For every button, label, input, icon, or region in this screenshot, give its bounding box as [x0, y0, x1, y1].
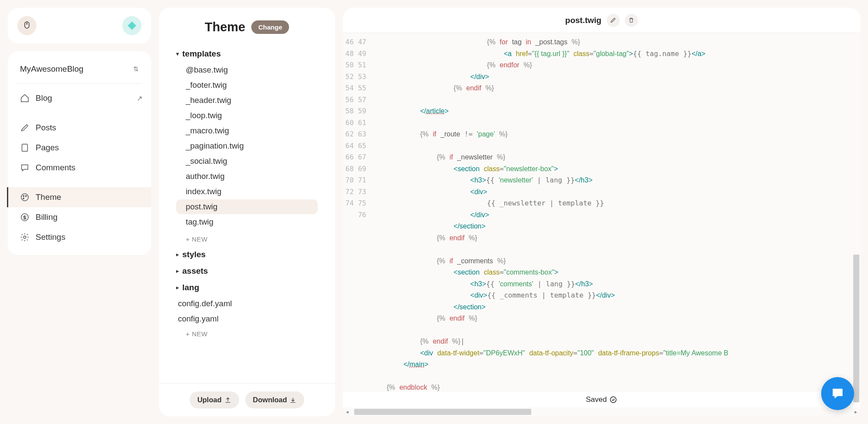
chevron-right-icon: ▸ — [176, 285, 179, 291]
folder-styles[interactable]: ▸styles — [176, 246, 318, 263]
site-selector[interactable]: MyAwesomeBlog ⇅ — [8, 57, 151, 81]
nav-label: Settings — [36, 232, 66, 242]
external-icon: ↗ — [137, 94, 142, 103]
horizontal-scrollbar[interactable] — [353, 409, 850, 415]
page-icon — [20, 143, 30, 152]
file--base-twig[interactable]: @base.twig — [176, 63, 318, 77]
nav-blog[interactable]: Blog ↗ — [8, 88, 151, 108]
file-tree[interactable]: ▾templates @base.twig_footer.twig_header… — [159, 46, 335, 383]
svg-point-5 — [26, 195, 26, 196]
pencil-icon — [20, 123, 30, 132]
updown-icon: ⇅ — [133, 65, 139, 73]
file--footer-twig[interactable]: _footer.twig — [176, 78, 318, 93]
brand-card — [8, 8, 151, 43]
file-index-twig[interactable]: index.twig — [176, 184, 318, 199]
nav-label: Blog — [36, 93, 52, 103]
scroll-right-arrow[interactable]: ▸ — [852, 409, 860, 415]
site-name: MyAwesomeBlog — [20, 64, 83, 74]
app-logo-icon — [17, 16, 36, 35]
pencil-icon — [610, 17, 616, 23]
file--macro-twig[interactable]: _macro.twig — [176, 123, 318, 138]
divider — [16, 83, 142, 84]
theme-title: Theme — [205, 20, 245, 34]
chat-icon — [20, 163, 30, 172]
home-icon — [20, 93, 30, 103]
download-icon — [289, 397, 296, 404]
folder-assets[interactable]: ▸assets — [176, 263, 318, 279]
nav-label: Theme — [36, 192, 61, 202]
palette-icon — [20, 192, 30, 202]
editor-filename: post.twig — [565, 16, 601, 25]
svg-point-8 — [23, 236, 26, 238]
svg-point-9 — [610, 397, 616, 403]
nav-settings[interactable]: Settings — [8, 227, 151, 247]
upload-button[interactable]: Upload — [190, 391, 239, 408]
nav-theme[interactable]: Theme — [8, 187, 151, 207]
download-button[interactable]: Download — [245, 391, 305, 408]
dollar-icon — [20, 212, 30, 222]
file-author-twig[interactable]: author.twig — [176, 169, 318, 184]
delete-button[interactable] — [625, 14, 638, 27]
file-post-twig[interactable]: post.twig — [176, 199, 318, 214]
file-tag-twig[interactable]: tag.twig — [176, 215, 318, 229]
line-gutter: 46 47 48 49 50 51 52 53 54 55 56 57 58 5… — [343, 33, 371, 392]
sidebar-nav: MyAwesomeBlog ⇅ Blog ↗ Posts Pages Comme… — [8, 51, 151, 255]
editor-panel: post.twig 46 47 48 49 50 51 52 53 54 55 … — [343, 8, 860, 416]
scroll-left-arrow[interactable]: ◂ — [343, 409, 352, 415]
change-theme-button[interactable]: Change — [251, 20, 289, 34]
file-config-yaml[interactable]: config.yaml — [176, 311, 318, 326]
upload-icon — [224, 397, 231, 404]
svg-point-6 — [23, 198, 24, 199]
nav-posts[interactable]: Posts — [8, 118, 151, 138]
trash-icon — [628, 17, 635, 23]
folder-lang[interactable]: ▸lang — [176, 279, 318, 296]
code-content[interactable]: {% for tag in _post.tags %} <a href="{{ … — [371, 33, 860, 392]
nav-billing[interactable]: Billing — [8, 207, 151, 227]
chevron-right-icon: ▸ — [176, 268, 179, 274]
svg-point-3 — [21, 194, 29, 201]
nav-label: Billing — [36, 212, 58, 222]
gear-icon — [20, 232, 30, 242]
chat-bubble-icon — [830, 386, 845, 401]
chat-fab[interactable] — [821, 377, 854, 410]
nav-label: Posts — [36, 123, 56, 132]
rename-button[interactable] — [607, 14, 620, 27]
save-status: Saved — [586, 395, 607, 404]
file--pagination-twig[interactable]: _pagination.twig — [176, 139, 318, 153]
check-circle-icon — [609, 396, 617, 404]
file--loop-twig[interactable]: _loop.twig — [176, 108, 318, 123]
theme-panel: Theme Change ▾templates @base.twig_foote… — [159, 8, 335, 416]
file-config-def-yaml[interactable]: config.def.yaml — [176, 296, 318, 311]
diamond-icon[interactable] — [122, 16, 141, 35]
new-template-button[interactable]: + NEW — [176, 232, 318, 246]
file--social-twig[interactable]: _social.twig — [176, 154, 318, 169]
svg-rect-2 — [22, 144, 28, 152]
horizontal-scroll-thumb[interactable] — [354, 409, 531, 415]
chevron-right-icon: ▸ — [176, 252, 179, 258]
chevron-down-icon: ▾ — [176, 51, 179, 57]
vertical-scrollbar[interactable] — [852, 33, 860, 395]
nav-label: Pages — [36, 143, 59, 152]
svg-point-4 — [23, 195, 24, 196]
nav-label: Comments — [36, 163, 76, 172]
nav-comments[interactable]: Comments — [8, 158, 151, 178]
new-file-button[interactable]: + NEW — [176, 327, 318, 341]
nav-pages[interactable]: Pages — [8, 138, 151, 158]
folder-templates[interactable]: ▾templates — [176, 46, 318, 62]
code-editor[interactable]: 46 47 48 49 50 51 52 53 54 55 56 57 58 5… — [343, 33, 860, 392]
vertical-scroll-thumb[interactable] — [853, 255, 859, 402]
file--header-twig[interactable]: _header.twig — [176, 93, 318, 108]
